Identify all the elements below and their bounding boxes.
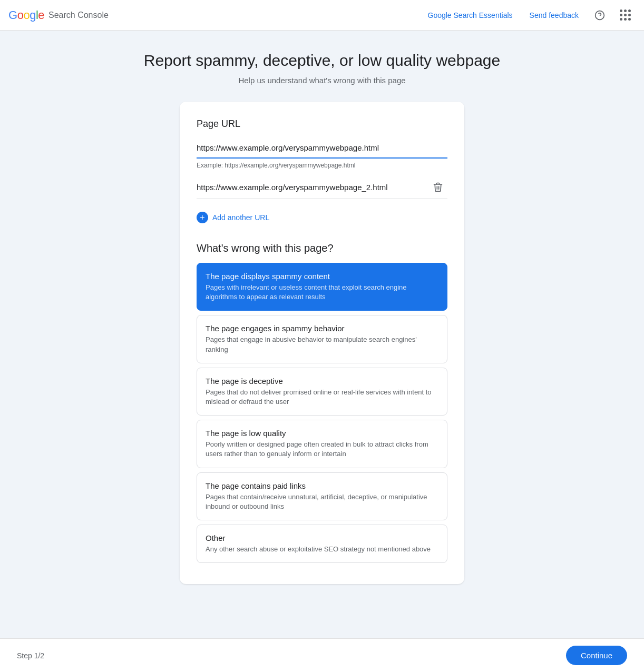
- option-item-low-quality[interactable]: The page is low qualityPoorly written or…: [197, 420, 447, 468]
- page-subtitle: Help us understand what's wrong with thi…: [238, 76, 405, 85]
- url-input-1-wrapper: [197, 140, 447, 159]
- form-card: Page URL Example: https://example.org/ve…: [180, 102, 464, 584]
- option-desc-low-quality: Poorly written or designed page often cr…: [206, 440, 438, 459]
- option-desc-deceptive: Pages that do not deliver promised onlin…: [206, 388, 438, 407]
- main-content: Report spammy, deceptive, or low quality…: [0, 31, 644, 637]
- delete-url-2-button[interactable]: [428, 177, 447, 196]
- url-input-2-row: [197, 177, 447, 199]
- page-title: Report spammy, deceptive, or low quality…: [144, 52, 500, 70]
- option-desc-other: Any other search abuse or exploitative S…: [206, 545, 438, 554]
- header-nav: Google Search Essentials Send feedback: [422, 5, 636, 26]
- add-url-label: Add another URL: [212, 213, 269, 222]
- google-essentials-link[interactable]: Google Search Essentials: [422, 8, 519, 23]
- option-desc-paid-links: Pages that contain/receive unnatural, ar…: [206, 492, 438, 511]
- option-item-spammy-content[interactable]: The page displays spammy contentPages wi…: [197, 263, 447, 311]
- footer: Step 1/2 Continue: [0, 638, 644, 672]
- app-name: Search Console: [48, 11, 109, 20]
- help-button[interactable]: [589, 5, 610, 26]
- option-item-paid-links[interactable]: The page contains paid linksPages that c…: [197, 472, 447, 520]
- option-title-spammy-content: The page displays spammy content: [206, 272, 438, 281]
- apps-button[interactable]: [614, 5, 636, 26]
- step-label: Step 1/2: [17, 651, 44, 660]
- url-section-title: Page URL: [197, 118, 447, 130]
- option-item-deceptive[interactable]: The page is deceptivePages that do not d…: [197, 368, 447, 416]
- option-title-paid-links: The page contains paid links: [206, 481, 438, 490]
- option-item-spammy-behavior[interactable]: The page engages in spammy behaviorPages…: [197, 315, 447, 363]
- option-desc-spammy-content: Pages with irrelevant or useless content…: [206, 283, 438, 302]
- whats-wrong-title: What's wrong with this page?: [197, 242, 447, 254]
- continue-button[interactable]: Continue: [566, 646, 627, 665]
- plus-icon: +: [197, 212, 208, 223]
- url-input-2[interactable]: [197, 180, 424, 195]
- url-input-1-group: Example: https://example.org/veryspammyw…: [197, 140, 447, 169]
- option-desc-spammy-behavior: Pages that engage in abusive behavior to…: [206, 335, 438, 354]
- send-feedback-link[interactable]: Send feedback: [523, 8, 585, 23]
- google-wordmark: Google: [8, 8, 44, 22]
- option-item-other[interactable]: OtherAny other search abuse or exploitat…: [197, 525, 447, 563]
- grid-icon: [620, 9, 631, 21]
- option-title-spammy-behavior: The page engages in spammy behavior: [206, 324, 438, 333]
- option-title-low-quality: The page is low quality: [206, 429, 438, 438]
- header: Google Search Console Google Search Esse…: [0, 0, 644, 31]
- url-input-1-hint: Example: https://example.org/veryspammyw…: [197, 162, 447, 169]
- option-title-other: Other: [206, 533, 438, 542]
- add-url-button[interactable]: + Add another URL: [197, 207, 269, 228]
- app-logo: Google Search Console: [8, 8, 109, 22]
- url-input-1[interactable]: [197, 140, 447, 155]
- options-list: The page displays spammy contentPages wi…: [197, 263, 447, 563]
- option-title-deceptive: The page is deceptive: [206, 377, 438, 386]
